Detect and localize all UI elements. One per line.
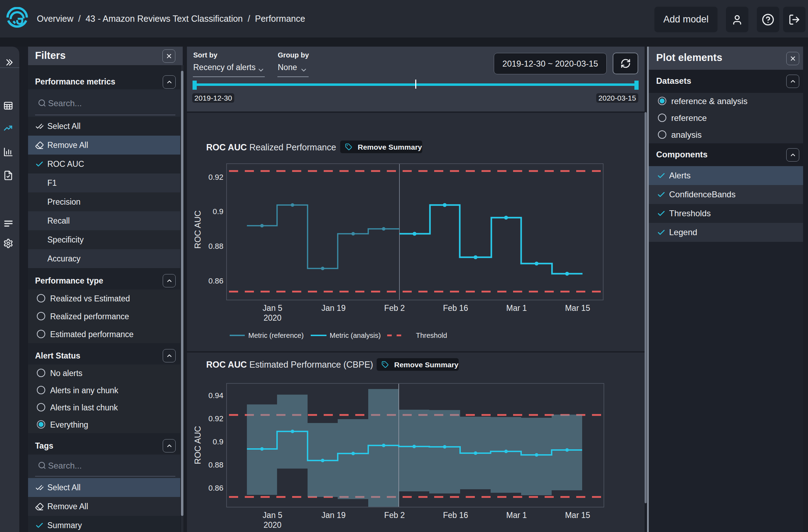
- svg-text:0.86: 0.86: [208, 484, 223, 492]
- svg-text:Metric (reference): Metric (reference): [248, 332, 304, 339]
- svg-text:Jan 5: Jan 5: [263, 303, 282, 313]
- svg-text:Mar 1: Mar 1: [506, 303, 527, 313]
- svg-text:0.94: 0.94: [208, 391, 223, 400]
- svg-text:Feb 16: Feb 16: [443, 511, 468, 520]
- svg-text:2020: 2020: [263, 313, 281, 322]
- svg-text:0.88: 0.88: [208, 242, 223, 251]
- svg-text:0.9: 0.9: [213, 207, 223, 216]
- svg-text:Mar 15: Mar 15: [565, 511, 590, 520]
- svg-text:2020: 2020: [263, 520, 281, 530]
- svg-text:ROC AUC: ROC AUC: [193, 210, 202, 248]
- svg-text:0.88: 0.88: [208, 461, 223, 469]
- svg-text:Feb 2: Feb 2: [384, 511, 405, 520]
- svg-text:0.92: 0.92: [208, 414, 223, 423]
- svg-text:Jan 5: Jan 5: [263, 511, 282, 520]
- svg-text:0.86: 0.86: [208, 277, 223, 285]
- svg-text:Jan 19: Jan 19: [321, 303, 345, 313]
- svg-text:ROC AUC: ROC AUC: [193, 426, 202, 464]
- svg-text:Jan 19: Jan 19: [321, 511, 345, 520]
- svg-text:Mar 15: Mar 15: [565, 303, 590, 313]
- svg-text:Threshold: Threshold: [416, 332, 447, 339]
- svg-text:Mar 1: Mar 1: [506, 511, 527, 520]
- svg-text:Feb 2: Feb 2: [384, 303, 405, 313]
- svg-text:Feb 16: Feb 16: [443, 303, 468, 313]
- svg-text:Metric (analysis): Metric (analysis): [330, 332, 381, 339]
- svg-text:0.92: 0.92: [208, 173, 223, 182]
- svg-text:0.9: 0.9: [213, 437, 223, 446]
